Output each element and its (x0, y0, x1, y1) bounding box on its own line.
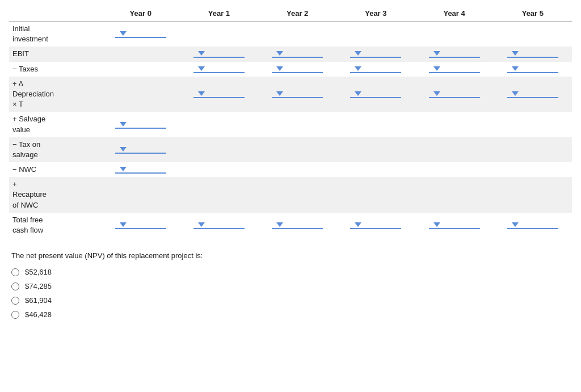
dropdown-ebit-year2[interactable] (272, 50, 323, 58)
cell-tax-on-salvage-year3 (336, 137, 415, 162)
dropdown-taxes-year4[interactable] (429, 65, 480, 73)
dropdown-ebit-year4[interactable] (429, 50, 480, 58)
dropdown-ebit-year3[interactable] (350, 50, 401, 58)
radio-option-opt3[interactable]: $61,904 (11, 296, 572, 305)
dropdown-arrow-icon (512, 222, 519, 227)
col-header-year-0: Year 0 (102, 6, 180, 22)
cell-tax-on-salvage-year2 (258, 137, 336, 162)
dropdown-depreciation-year2[interactable] (272, 90, 323, 98)
dropdown-total-fcf-year4[interactable] (429, 221, 480, 229)
cell-ebit-year4[interactable] (415, 47, 493, 61)
radio-option-opt4[interactable]: $46,428 (11, 310, 572, 319)
dropdown-taxes-year1[interactable] (193, 65, 245, 73)
label-initial-investment: Initialinvestment (9, 22, 102, 47)
cell-taxes-year2[interactable] (258, 62, 336, 77)
cell-salvage-year2 (258, 112, 336, 137)
label-tax-on-salvage: − Tax onsalvage (9, 137, 102, 162)
cell-nwc-year4 (415, 162, 493, 177)
col-header-year-4: Year 4 (415, 6, 493, 22)
cell-total-fcf-year1[interactable] (180, 213, 258, 238)
cell-nwc-year5 (494, 162, 572, 177)
cell-nwc-year0[interactable] (102, 162, 180, 177)
cell-recapture-year3 (336, 177, 415, 213)
cell-total-fcf-year5[interactable] (494, 213, 572, 238)
dropdown-arrow-icon (433, 91, 440, 96)
cell-depreciation-year5[interactable] (494, 77, 572, 112)
dropdown-ebit-year5[interactable] (507, 50, 558, 58)
cell-recapture-year4 (415, 177, 493, 213)
label-nwc: − NWC (9, 162, 102, 177)
dropdown-total-fcf-year0[interactable] (115, 221, 166, 229)
radio-circle-icon (11, 283, 19, 290)
cell-total-fcf-year2[interactable] (258, 213, 336, 238)
dropdown-depreciation-year5[interactable] (507, 90, 558, 98)
cell-salvage-year0[interactable] (102, 112, 180, 137)
col-header-year-1: Year 1 (180, 6, 258, 22)
cell-taxes-year5[interactable] (494, 62, 572, 77)
cell-total-fcf-year3[interactable] (336, 213, 415, 238)
dropdown-depreciation-year4[interactable] (429, 90, 480, 98)
dropdown-initial-investment-year0[interactable] (115, 30, 166, 38)
cell-ebit-year2[interactable] (258, 47, 336, 61)
npv-question: The net present value (NPV) of this repl… (11, 251, 572, 260)
cell-total-fcf-year0[interactable] (102, 213, 180, 238)
dropdown-total-fcf-year2[interactable] (272, 221, 323, 229)
cell-tax-on-salvage-year0[interactable] (102, 137, 180, 162)
cell-ebit-year5[interactable] (494, 47, 572, 61)
dropdown-depreciation-year1[interactable] (193, 90, 245, 98)
radio-option-opt1[interactable]: $52,618 (11, 268, 572, 276)
label-taxes: − Taxes (9, 62, 102, 77)
col-header-year-5: Year 5 (494, 6, 572, 22)
cell-ebit-year3[interactable] (336, 47, 415, 61)
cell-recapture-year2 (258, 177, 336, 213)
cell-initial-investment-year0[interactable] (102, 22, 180, 47)
dropdown-taxes-year2[interactable] (272, 65, 323, 73)
row-salvage: + Salvagevalue (9, 112, 572, 137)
cell-initial-investment-year3 (336, 22, 415, 47)
cell-depreciation-year3[interactable] (336, 77, 415, 112)
dropdown-tax-on-salvage-year0[interactable] (115, 146, 166, 154)
cell-recapture-year5 (494, 177, 572, 213)
cell-ebit-year0 (102, 47, 180, 61)
dropdown-salvage-year0[interactable] (115, 121, 166, 129)
dropdown-ebit-year1[interactable] (193, 50, 245, 58)
row-ebit: EBIT (9, 47, 572, 61)
cell-taxes-year1[interactable] (180, 62, 258, 77)
dropdown-total-fcf-year1[interactable] (193, 221, 245, 229)
dropdown-depreciation-year3[interactable] (350, 90, 401, 98)
dropdown-total-fcf-year5[interactable] (507, 221, 558, 229)
dropdown-taxes-year3[interactable] (350, 65, 401, 73)
cell-taxes-year4[interactable] (415, 62, 493, 77)
cell-depreciation-year2[interactable] (258, 77, 336, 112)
dropdown-arrow-icon (433, 51, 440, 56)
radio-circle-icon (11, 297, 19, 305)
cell-depreciation-year4[interactable] (415, 77, 493, 112)
label-total-fcf: Total freecash flow (9, 213, 102, 238)
cell-recapture-year0 (102, 177, 180, 213)
col-header-label (9, 6, 102, 22)
cell-tax-on-salvage-year5 (494, 137, 572, 162)
row-tax-on-salvage: − Tax onsalvage (9, 137, 572, 162)
dropdown-nwc-year0[interactable] (115, 166, 166, 174)
dropdown-arrow-icon (120, 147, 127, 151)
col-header-year-3: Year 3 (336, 6, 415, 22)
dropdown-taxes-year5[interactable] (507, 65, 558, 73)
dropdown-arrow-icon (355, 222, 361, 227)
radio-option-opt2[interactable]: $74,285 (11, 282, 572, 290)
cell-ebit-year1[interactable] (180, 47, 258, 61)
cell-taxes-year3[interactable] (336, 62, 415, 77)
cell-depreciation-year1[interactable] (180, 77, 258, 112)
cell-tax-on-salvage-year4 (415, 137, 493, 162)
dropdown-total-fcf-year3[interactable] (350, 221, 401, 229)
cell-tax-on-salvage-year1 (180, 137, 258, 162)
col-header-year-2: Year 2 (258, 6, 336, 22)
cell-initial-investment-year2 (258, 22, 336, 47)
cell-total-fcf-year4[interactable] (415, 213, 493, 238)
dropdown-arrow-icon (198, 51, 205, 56)
dropdown-arrow-icon (355, 66, 361, 71)
dropdown-arrow-icon (120, 122, 127, 127)
dropdown-arrow-icon (276, 91, 283, 96)
cell-depreciation-year0 (102, 77, 180, 112)
row-recapture: +Recaptureof NWC (9, 177, 572, 213)
dropdown-arrow-icon (355, 51, 361, 56)
